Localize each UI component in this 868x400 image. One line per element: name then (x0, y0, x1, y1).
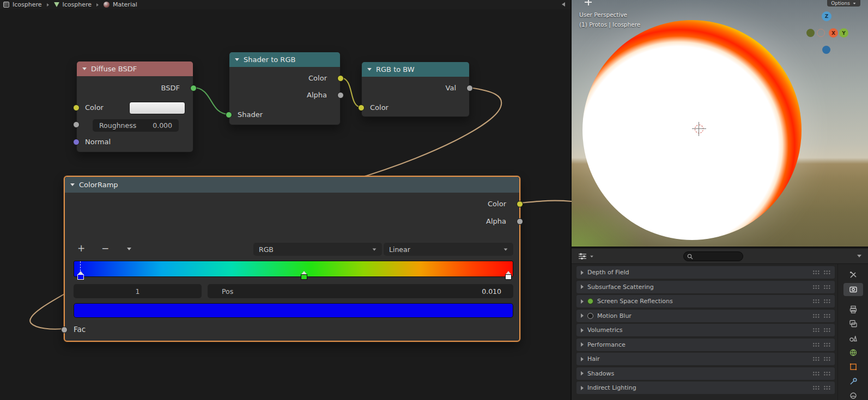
render-tab-icon[interactable] (843, 283, 863, 296)
breadcrumb-data[interactable]: Icosphere (63, 1, 92, 8)
gizmo-neg-x-axis[interactable] (817, 29, 825, 37)
stop-index-field[interactable]: 1 (74, 284, 202, 298)
drag-handle-icon[interactable] (823, 371, 830, 376)
checkbox-unchecked[interactable] (587, 313, 593, 319)
drag-handle-icon[interactable] (812, 385, 820, 390)
node-diffuse-bsdf[interactable]: Diffuse BSDF BSDF Color Roughness 0.000 … (76, 61, 193, 152)
stop-position-field[interactable]: Pos 0.010 (208, 284, 513, 298)
panel-row-depth-of-field[interactable]: Depth of Field (576, 266, 835, 279)
shader-input-socket[interactable] (226, 112, 232, 118)
node-diffuse-header[interactable]: Diffuse BSDF (77, 61, 193, 76)
drag-handle-icon[interactable] (823, 299, 830, 304)
properties-editor-type-icon[interactable] (578, 253, 587, 260)
output-tab-icon[interactable] (847, 303, 860, 316)
panel-row-volumetrics[interactable]: Volumetrics (576, 324, 835, 336)
drag-handle-icon[interactable] (812, 356, 820, 361)
color-output-socket[interactable] (337, 75, 344, 82)
roughness-field[interactable]: Roughness 0.000 (93, 119, 179, 132)
chevron-down-icon[interactable] (590, 256, 593, 258)
expand-arrow-icon[interactable] (581, 270, 584, 275)
drag-handle-icon[interactable] (812, 285, 820, 290)
drag-handle-icon[interactable] (823, 328, 830, 333)
val-output-socket[interactable] (466, 85, 473, 91)
panel-row-shadows[interactable]: Shadows (576, 367, 835, 380)
fac-input-socket[interactable] (61, 327, 68, 333)
node-shader-to-rgb-header[interactable]: Shader to RGB (229, 52, 340, 67)
collapse-node-icon[interactable] (82, 67, 87, 70)
breadcrumb-object[interactable]: Icosphere (13, 1, 42, 8)
panel-row-motion-blur[interactable]: Motion Blur (576, 310, 835, 322)
add-stop-button[interactable]: + (75, 242, 88, 254)
drag-handle-icon[interactable] (823, 385, 830, 390)
drag-handle-icon[interactable] (823, 313, 830, 318)
world-tab-icon[interactable] (847, 346, 860, 359)
roughness-input-socket[interactable] (73, 121, 80, 128)
color-output-socket[interactable] (517, 201, 523, 207)
panel-row-subsurface-scattering[interactable]: Subsurface Scattering (576, 281, 835, 293)
drag-handle-icon[interactable] (823, 342, 830, 347)
drag-handle-icon[interactable] (812, 371, 820, 376)
expand-arrow-icon[interactable] (581, 357, 584, 361)
expand-arrow-icon[interactable] (581, 386, 584, 390)
tool-tab-icon[interactable] (847, 268, 860, 281)
colorramp-stop-handle[interactable] (505, 271, 512, 280)
search-input[interactable] (683, 251, 743, 261)
node-colorramp-header[interactable]: ColorRamp (65, 177, 519, 193)
drag-handle-icon[interactable] (812, 313, 820, 318)
node-rgb-to-bw-header[interactable]: RGB to BW (362, 62, 469, 77)
remove-stop-button[interactable]: − (99, 242, 112, 254)
drag-handle-icon[interactable] (812, 328, 820, 333)
color-input-socket[interactable] (358, 104, 365, 111)
active-stop-color-swatch[interactable] (74, 303, 513, 318)
checkbox-checked[interactable] (587, 298, 593, 304)
gizmo-z-axis[interactable]: Z (822, 11, 831, 21)
object-tab-icon[interactable] (847, 360, 860, 373)
ramp-options-menu-icon[interactable] (127, 248, 131, 250)
expand-arrow-icon[interactable] (581, 299, 584, 304)
panel-row-indirect-lighting[interactable]: Indirect Lighting (576, 381, 835, 394)
drag-handle-icon[interactable] (823, 285, 830, 290)
node-colorramp[interactable]: ColorRamp Color Alpha + − RGB Linear (64, 176, 520, 342)
options-button[interactable]: Options (827, 0, 860, 7)
node-shader-to-rgb[interactable]: Shader to RGB Color Alpha Shader (229, 52, 341, 125)
view-layer-tab-icon[interactable] (847, 317, 860, 330)
panel-row-screen-space-reflections[interactable]: Screen Space Reflections (576, 295, 835, 307)
gizmo-neg-z-axis[interactable] (822, 46, 830, 54)
panel-row-hair[interactable]: Hair (576, 353, 835, 365)
color-mode-dropdown[interactable]: RGB (253, 243, 382, 256)
alpha-output-socket[interactable] (517, 218, 523, 225)
collapse-region-icon[interactable] (562, 2, 565, 7)
drag-handle-icon[interactable] (823, 356, 830, 361)
color-input-socket[interactable] (73, 104, 80, 111)
scene-tab-icon[interactable] (847, 331, 860, 344)
color-swatch-field[interactable] (129, 102, 185, 114)
normal-input-socket[interactable] (73, 139, 80, 145)
colorramp-stop-handle[interactable] (300, 271, 308, 280)
gizmo-x-axis[interactable]: X (829, 28, 838, 38)
expand-arrow-icon[interactable] (581, 342, 584, 347)
colorramp-gradient-bar[interactable] (74, 261, 513, 277)
drag-handle-icon[interactable] (812, 299, 820, 304)
viewport-3d[interactable]: User Perspective (1) Protos | Icosphere … (572, 0, 868, 248)
node-rgb-to-bw[interactable]: RGB to BW Val Color (361, 61, 470, 117)
collapse-node-icon[interactable] (70, 183, 75, 186)
colorramp-stop-handle[interactable] (77, 271, 84, 280)
drag-handle-icon[interactable] (812, 270, 820, 275)
filter-chevron-icon[interactable] (857, 255, 861, 257)
expand-arrow-icon[interactable] (581, 371, 584, 376)
bsdf-output-socket[interactable] (190, 85, 197, 91)
physics-tab-icon[interactable] (847, 389, 860, 400)
expand-arrow-icon[interactable] (581, 313, 584, 318)
gizmo-y-axis[interactable]: Y (839, 28, 848, 38)
drag-handle-icon[interactable] (812, 342, 820, 347)
panel-row-performance[interactable]: Performance (576, 339, 835, 351)
gizmo-neg-y-axis[interactable] (806, 29, 815, 37)
move-tool-icon[interactable] (585, 0, 592, 5)
alpha-output-socket[interactable] (337, 92, 344, 99)
collapse-node-icon[interactable] (235, 58, 239, 61)
interpolation-dropdown[interactable]: Linear (384, 243, 513, 256)
expand-arrow-icon[interactable] (581, 328, 584, 333)
breadcrumb-material[interactable]: Material (113, 1, 137, 8)
collapse-node-icon[interactable] (367, 68, 372, 71)
modifiers-tab-icon[interactable] (847, 375, 860, 388)
